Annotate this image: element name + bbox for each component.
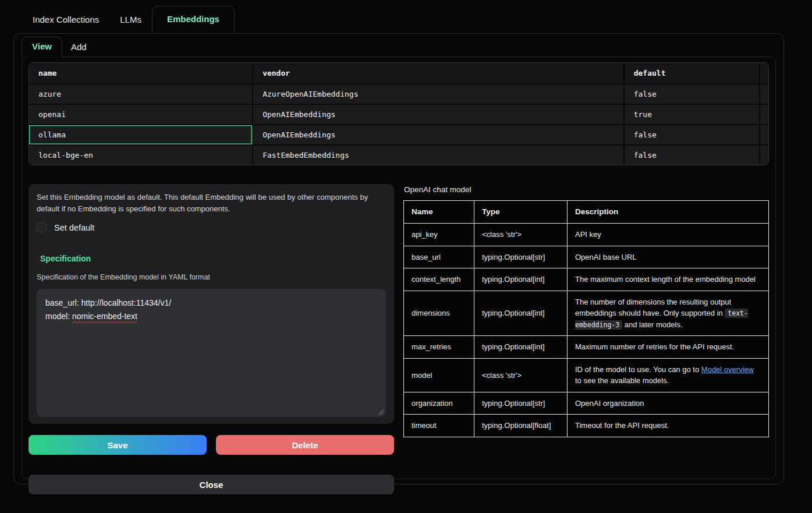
specification-caption: Specification of the Embedding model in … bbox=[37, 273, 386, 281]
param-name: timeout bbox=[404, 415, 474, 437]
params-header-row: Name Type Description bbox=[404, 201, 769, 224]
specification-heading: Specification bbox=[40, 254, 386, 263]
param-row: model <class 'str'> ID of the model to u… bbox=[404, 358, 769, 392]
main-tab-bar: Index Collections LLMs Embeddings bbox=[0, 0, 812, 33]
cell-default[interactable]: false bbox=[625, 84, 760, 105]
column-header-gutter bbox=[760, 63, 768, 84]
param-name: api_key bbox=[404, 224, 474, 246]
resize-handle-icon[interactable] bbox=[378, 409, 384, 415]
subtab-add[interactable]: Add bbox=[62, 38, 95, 57]
misspelled-word: nomic-embed-text bbox=[72, 312, 137, 321]
docs-column: OpenAI chat model Name Type Description … bbox=[403, 184, 769, 494]
close-button[interactable]: Close bbox=[29, 475, 394, 494]
tab-llms[interactable]: LLMs bbox=[109, 6, 152, 33]
view-panel: name vendor default azure AzureOpenAIEmb… bbox=[22, 56, 776, 479]
param-name: dimensions bbox=[404, 291, 474, 336]
param-desc: The maximum context length of the embedd… bbox=[568, 268, 769, 291]
param-type: typing.Optional[str] bbox=[474, 246, 568, 268]
cell-vendor[interactable]: AzureOpenAIEmbeddings bbox=[253, 84, 625, 105]
param-desc: Timeout for the API request. bbox=[568, 415, 769, 437]
param-desc: The number of dimensions the resulting o… bbox=[568, 291, 769, 336]
cell-name[interactable]: openai bbox=[29, 105, 253, 125]
edit-column: Set this Embedding model as default. Thi… bbox=[29, 184, 394, 494]
param-row: api_key <class 'str'> API key bbox=[404, 224, 769, 246]
params-table: Name Type Description api_key <class 'st… bbox=[403, 200, 769, 437]
tab-embeddings[interactable]: Embeddings bbox=[152, 6, 235, 33]
param-type: <class 'str'> bbox=[474, 224, 568, 246]
param-row: base_url typing.Optional[str] OpenAI bas… bbox=[404, 246, 769, 268]
cell-default[interactable]: false bbox=[625, 146, 760, 165]
cell-vendor[interactable]: OpenAIEmbeddings bbox=[253, 105, 625, 125]
params-header-name: Name bbox=[404, 201, 474, 224]
sub-tab-bar: View Add bbox=[14, 37, 783, 57]
save-button[interactable]: Save bbox=[29, 435, 207, 455]
set-default-checkbox[interactable] bbox=[37, 222, 47, 232]
param-desc: OpenAI organization bbox=[568, 392, 769, 415]
cell-name-selected[interactable]: ollama bbox=[29, 125, 253, 146]
yaml-line: model: nomic-embed-text bbox=[45, 310, 377, 323]
param-row: organization typing.Optional[str] OpenAI… bbox=[404, 392, 769, 415]
params-header-description: Description bbox=[568, 201, 769, 224]
delete-button[interactable]: Delete bbox=[216, 435, 394, 455]
param-desc: API key bbox=[568, 224, 769, 246]
param-type: typing.Optional[float] bbox=[474, 415, 568, 437]
set-default-label[interactable]: Set default bbox=[54, 223, 94, 232]
param-desc: ID of the model to use. You can go to Mo… bbox=[568, 358, 769, 392]
embeddings-panel: View Add name vendor default bbox=[13, 33, 784, 484]
default-settings-card: Set this Embedding model as default. Thi… bbox=[29, 184, 394, 424]
cell-vendor[interactable]: FastEmbedEmbeddings bbox=[253, 146, 625, 165]
tab-index-collections[interactable]: Index Collections bbox=[22, 6, 109, 33]
params-header-type: Type bbox=[474, 201, 568, 224]
param-name: context_length bbox=[404, 268, 474, 291]
param-type: typing.Optional[int] bbox=[474, 268, 568, 291]
param-name: organization bbox=[404, 392, 474, 415]
embeddings-table: name vendor default azure AzureOpenAIEmb… bbox=[29, 62, 769, 165]
cell-default[interactable]: true bbox=[625, 105, 760, 125]
param-row: context_length typing.Optional[int] The … bbox=[404, 268, 769, 291]
set-default-row: Set default bbox=[37, 222, 386, 232]
param-row: timeout typing.Optional[float] Timeout f… bbox=[404, 415, 769, 437]
table-row[interactable]: openai OpenAIEmbeddings true bbox=[29, 105, 768, 125]
param-row: max_retries typing.Optional[int] Maximum… bbox=[404, 336, 769, 359]
param-type: typing.Optional[str] bbox=[474, 392, 568, 415]
param-type: typing.Optional[int] bbox=[474, 336, 568, 359]
table-header-row: name vendor default bbox=[29, 63, 768, 84]
params-table-title: OpenAI chat model bbox=[404, 185, 769, 194]
yaml-line: base_url: http://localhost:11434/v1/ bbox=[45, 296, 377, 310]
column-header-vendor[interactable]: vendor bbox=[253, 63, 625, 84]
table-row[interactable]: local-bge-en FastEmbedEmbeddings false bbox=[29, 146, 768, 165]
table-row-selected[interactable]: ollama OpenAIEmbeddings false bbox=[29, 125, 768, 146]
model-overview-link[interactable]: Model overview bbox=[701, 365, 754, 374]
param-name: base_url bbox=[404, 246, 474, 268]
yaml-spec-textarea[interactable]: base_url: http://localhost:11434/v1/ mod… bbox=[37, 289, 386, 417]
param-row: dimensions typing.Optional[int] The numb… bbox=[404, 291, 769, 336]
set-default-description: Set this Embedding model as default. Thi… bbox=[37, 192, 386, 215]
cell-vendor[interactable]: OpenAIEmbeddings bbox=[253, 125, 625, 146]
param-name: max_retries bbox=[404, 336, 474, 359]
param-type: <class 'str'> bbox=[474, 358, 568, 392]
cell-name[interactable]: azure bbox=[29, 84, 253, 105]
subtab-view[interactable]: View bbox=[22, 37, 62, 57]
table-row[interactable]: azure AzureOpenAIEmbeddings false bbox=[29, 84, 768, 105]
param-name: model bbox=[404, 358, 474, 392]
param-type: typing.Optional[int] bbox=[474, 291, 568, 336]
column-header-default[interactable]: default bbox=[625, 63, 760, 84]
param-desc: OpenAI base URL bbox=[568, 246, 769, 268]
param-desc: Maximum number of retries for the API re… bbox=[568, 336, 769, 359]
cell-name[interactable]: local-bge-en bbox=[29, 146, 253, 165]
cell-default[interactable]: false bbox=[625, 125, 760, 146]
column-header-name[interactable]: name bbox=[29, 63, 253, 84]
